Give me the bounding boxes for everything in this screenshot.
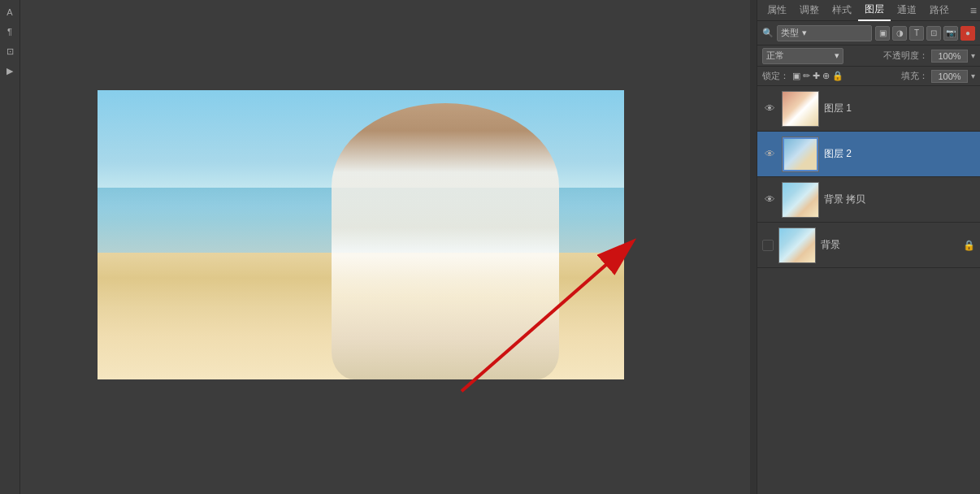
photo-canvas xyxy=(98,90,624,379)
lock-icon-move[interactable]: ✚ xyxy=(813,71,820,81)
layer-item-2[interactable]: 👁 图层 2 xyxy=(757,132,980,177)
toolbar-icon-4[interactable]: ▶ xyxy=(1,62,19,80)
lock-icon-image[interactable]: ▣ xyxy=(792,71,800,81)
fill-dropdown[interactable]: ▾ xyxy=(971,72,975,80)
layer-item-3[interactable]: 👁 背景 拷贝 xyxy=(757,177,980,223)
fill-value[interactable]: 100% xyxy=(931,70,968,83)
v-separator xyxy=(750,0,757,494)
layer-2-name: 图层 2 xyxy=(824,147,975,161)
layer-4-eye[interactable] xyxy=(762,240,774,251)
lock-row: 锁定： ▣ ✏ ✚ ⊕ 🔒 填充： 100% ▾ xyxy=(757,67,980,86)
layer-2-eye[interactable]: 👁 xyxy=(762,148,777,160)
tab-styles[interactable]: 样式 xyxy=(826,0,858,20)
left-toolbar: A ¶ ⊡ ▶ xyxy=(0,0,20,494)
panel-menu-button[interactable]: ≡ xyxy=(970,4,977,17)
layer-4-thumb xyxy=(778,228,816,263)
tab-paths[interactable]: 路径 xyxy=(923,0,956,20)
layer-3-eye[interactable]: 👁 xyxy=(762,193,777,206)
tab-channels[interactable]: 通道 xyxy=(891,0,923,20)
layer-1-name: 图层 1 xyxy=(824,102,975,115)
type-filter-select[interactable]: 类型 ▾ xyxy=(777,25,872,41)
panel-tabs: 属性 调整 样式 图层 通道 路径 ≡ xyxy=(757,0,980,21)
layer-4-name: 背景 xyxy=(821,238,958,252)
lock-icons: ▣ ✏ ✚ ⊕ 🔒 xyxy=(792,71,843,81)
fill-row: 填充： 100% ▾ xyxy=(901,70,975,83)
fill-label: 填充： xyxy=(901,70,928,82)
filter-icon-image[interactable]: ▣ xyxy=(875,26,890,41)
tab-properties[interactable]: 属性 xyxy=(761,0,793,20)
lock-icon-all[interactable]: 🔒 xyxy=(832,71,843,81)
search-icon: 🔍 xyxy=(762,28,774,38)
layer-1-thumb xyxy=(782,91,819,127)
tab-layers[interactable]: 图层 xyxy=(858,0,891,21)
toolbar-icon-1[interactable]: A xyxy=(1,3,19,21)
layer-3-thumb xyxy=(782,182,819,218)
filter-row: 🔍 类型 ▾ ▣ ◑ T ⊡ 📷 ● xyxy=(757,21,980,46)
layer-2-thumb-inner xyxy=(783,137,818,171)
blend-row: 正常 ▾ 不透明度： 100% ▾ xyxy=(757,46,980,67)
lock-icon-draw[interactable]: ✏ xyxy=(803,71,810,81)
opacity-row: 不透明度： 100% ▾ xyxy=(883,50,975,63)
tab-adjustments[interactable]: 调整 xyxy=(793,0,826,20)
blend-mode-select[interactable]: 正常 ▾ xyxy=(762,48,843,64)
layer-item-1[interactable]: 👁 图层 1 xyxy=(757,86,980,132)
filter-icon-type[interactable]: T xyxy=(909,26,924,41)
filter-icon-color[interactable]: ● xyxy=(960,26,975,41)
canvas-image xyxy=(98,90,624,379)
canvas-area xyxy=(20,0,750,494)
opacity-label: 不透明度： xyxy=(883,50,928,62)
filter-icon-shape[interactable]: ⊡ xyxy=(926,26,941,41)
lock-icon-artboard[interactable]: ⊕ xyxy=(822,71,830,81)
lock-label: 锁定： xyxy=(762,70,789,82)
layers-list: 👁 图层 1 👁 图层 2 👁 背景 拷贝 xyxy=(757,86,980,494)
layer-4-thumb-inner xyxy=(779,228,815,262)
layer-4-lock-icon: 🔒 xyxy=(963,240,975,251)
layer-3-name: 背景 拷贝 xyxy=(824,193,975,206)
layer-item-4[interactable]: 背景 🔒 xyxy=(757,223,980,268)
layer-2-thumb xyxy=(782,136,819,172)
layer-3-thumb-inner xyxy=(783,183,818,217)
layer-1-thumb-inner xyxy=(783,92,818,126)
toolbar-icon-3[interactable]: ⊡ xyxy=(1,42,19,60)
toolbar-icon-2[interactable]: ¶ xyxy=(1,23,19,41)
opacity-dropdown[interactable]: ▾ xyxy=(971,51,975,60)
right-panel: 属性 调整 样式 图层 通道 路径 ≡ 🔍 类型 ▾ ▣ ◑ T ⊡ 📷 ● 正… xyxy=(757,0,980,494)
filter-icons: ▣ ◑ T ⊡ 📷 ● xyxy=(875,26,975,41)
filter-icon-adjustment[interactable]: ◑ xyxy=(892,26,907,41)
red-arrow-overlay xyxy=(98,90,624,379)
layer-1-eye[interactable]: 👁 xyxy=(762,102,777,115)
filter-icon-smart[interactable]: 📷 xyxy=(943,26,958,41)
opacity-value[interactable]: 100% xyxy=(931,50,968,63)
